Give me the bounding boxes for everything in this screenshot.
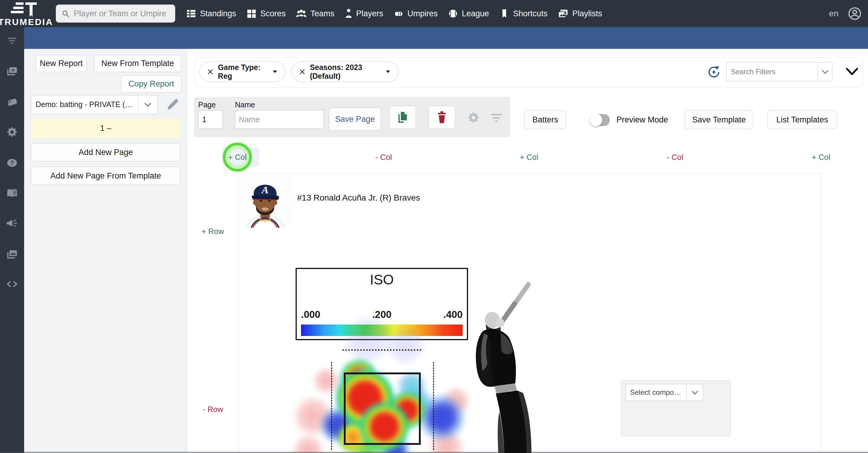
search-icon [62, 9, 69, 18]
nav-label: Standings [200, 9, 236, 19]
close-icon[interactable] [300, 68, 305, 75]
caret-down-icon [386, 70, 390, 73]
collapse-filters-chevron-icon[interactable] [844, 66, 860, 77]
nav-teams[interactable]: Teams [291, 8, 340, 19]
page-settings-gear-icon[interactable] [467, 111, 480, 124]
preview-mode-toggle[interactable] [591, 114, 610, 126]
trash-icon [436, 111, 448, 124]
nav-shortcuts[interactable]: Shortcuts [494, 8, 553, 19]
nav-scores[interactable]: Scores [241, 8, 291, 19]
video-playlist-icon[interactable] [6, 65, 18, 77]
report-sidebar: New Report New From Template Copy Report… [24, 49, 187, 453]
list-templates-button[interactable]: List Templates [767, 110, 837, 129]
tag-icon[interactable] [6, 96, 18, 108]
guide-book-icon[interactable] [6, 187, 18, 199]
user-account-icon[interactable] [848, 7, 861, 20]
page-name-field[interactable] [235, 110, 323, 128]
players-icon [345, 8, 352, 19]
global-search-input[interactable] [73, 9, 169, 19]
help-icon[interactable]: ? [6, 157, 18, 169]
duplicate-page-button[interactable] [390, 106, 416, 129]
chevron-down-icon [686, 384, 703, 400]
remove-row-button[interactable]: - Row [203, 405, 223, 414]
remove-col-button-2[interactable]: - Col [667, 153, 683, 162]
page-name-input[interactable] [235, 110, 324, 129]
nav-league[interactable]: League [443, 8, 494, 19]
nav-standings[interactable]: Standings [181, 8, 241, 19]
add-new-page-from-template-button[interactable]: Add New Page From Template [31, 167, 180, 185]
page-number-field[interactable] [198, 110, 223, 128]
batters-button[interactable]: Batters [525, 110, 566, 129]
nav-label: Scores [260, 9, 286, 19]
gear-icon[interactable] [6, 126, 18, 138]
strike-zone-outline [344, 372, 421, 445]
save-template-button[interactable]: Save Template [685, 110, 753, 129]
teams-icon [296, 8, 307, 19]
viewport-bottom-edge [0, 452, 868, 453]
caret-down-icon [273, 70, 277, 73]
nav-umpires[interactable]: Umpires [389, 8, 443, 19]
page-list-item-1[interactable]: 1 – [31, 118, 180, 139]
report-select[interactable]: Demo: batting - PRIVATE (brad... [31, 95, 157, 114]
nav-playlists[interactable]: Playlists [553, 8, 607, 19]
close-icon[interactable] [208, 68, 213, 75]
filter-chip-game-type[interactable]: Game Type: Reg [199, 62, 285, 82]
filter-icon[interactable] [6, 35, 18, 47]
page-toolbar: Page Name Save Page [194, 97, 510, 137]
preview-mode-label: Preview Mode [617, 115, 668, 125]
component-select-placeholder: Select component [626, 388, 686, 397]
nav-label: Playlists [572, 9, 602, 19]
topbar-right: en [829, 0, 861, 27]
nav-label: Players [356, 9, 383, 19]
add-new-page-button[interactable]: Add New Page [31, 143, 180, 161]
league-icon [448, 8, 458, 19]
top-bar: TRUMEDIA Standings [0, 0, 868, 27]
component-panel: Select component [621, 380, 731, 436]
page-number-input[interactable] [198, 110, 223, 129]
app-root: TRUMEDIA Standings [0, 0, 868, 453]
heatmap-dashed-guide-left [331, 362, 332, 450]
nav-players[interactable]: Players [340, 8, 389, 19]
batter-silhouette [456, 282, 534, 453]
legend-title: ISO [297, 271, 467, 288]
new-report-button[interactable]: New Report [36, 55, 87, 72]
code-icon[interactable] [6, 278, 18, 290]
page-label: Page [198, 100, 216, 109]
page-filter-icon[interactable] [490, 112, 503, 124]
shortcuts-icon [499, 8, 509, 19]
heatmap-dashed-guide-right [433, 362, 434, 450]
locale-label[interactable]: en [829, 9, 838, 19]
copy-report-button[interactable]: Copy Report [121, 76, 181, 93]
chip-label: Seasons: 2023 (Default) [310, 63, 381, 81]
filter-chip-seasons[interactable]: Seasons: 2023 (Default) [291, 62, 398, 82]
playlists-icon [558, 8, 568, 19]
media-library-icon[interactable] [6, 248, 18, 260]
new-from-template-button[interactable]: New From Template [94, 55, 181, 72]
svg-text:A: A [261, 184, 269, 195]
announcements-megaphone-icon[interactable] [6, 218, 18, 230]
search-filters-input[interactable] [726, 67, 818, 76]
component-select[interactable]: Select component [625, 384, 703, 401]
global-search[interactable] [56, 4, 175, 23]
search-filters-combobox[interactable] [726, 62, 832, 82]
chevron-down-icon[interactable] [818, 62, 832, 81]
save-page-button[interactable]: Save Page [329, 108, 381, 130]
filter-history-icon[interactable] [707, 65, 721, 79]
nav-label: League [462, 9, 489, 19]
accent-bar [24, 27, 868, 49]
remove-col-button-1[interactable]: - Col [375, 153, 392, 162]
left-icon-rail: ? [0, 27, 24, 453]
add-col-button-3[interactable]: + Col [812, 153, 830, 162]
report-select-value: Demo: batting - PRIVATE (brad... [31, 100, 138, 109]
logo-text: TRUMEDIA [0, 17, 53, 27]
chevron-down-icon [138, 95, 157, 114]
top-nav: Standings Scores Teams [181, 0, 607, 27]
delete-page-button[interactable] [429, 106, 455, 129]
standings-icon [186, 8, 196, 19]
player-title: #13 Ronald Acuña Jr. (R) Braves [297, 193, 420, 203]
edit-pencil-icon[interactable] [166, 98, 179, 111]
add-row-button[interactable]: + Row [202, 227, 224, 236]
heatmap-dotted-guide [342, 349, 421, 351]
add-col-button-2[interactable]: + Col [520, 153, 538, 162]
add-col-button-1[interactable]: + Col [228, 153, 246, 162]
